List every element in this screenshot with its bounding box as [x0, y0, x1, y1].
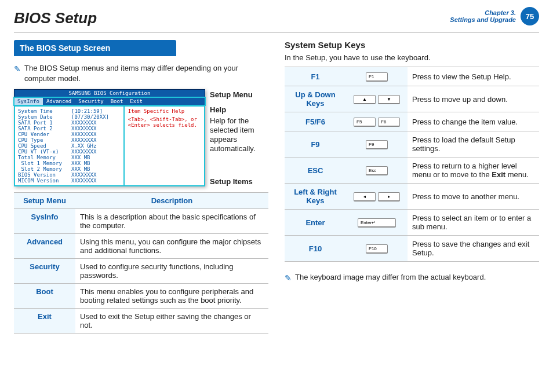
th-desc: Description [75, 193, 268, 209]
page-title: BIOS Setup [14, 9, 97, 27]
table-row: AdvancedUsing this menu, you can configu… [14, 234, 268, 259]
keycap-icon: ◂ [354, 192, 376, 202]
keys-table: F1F1Press to view the Setup Help.Up & Do… [285, 67, 539, 262]
key-desc: Press to change the item value. [408, 112, 539, 131]
bios-titlebar: SAMSUNG BIOS Configuration [14, 89, 205, 97]
key-name: Left & Right Keys [285, 184, 346, 210]
callout-setup-menu: Setup Menu [210, 90, 268, 100]
keyboard-note-text: The keyboard image may differ from the a… [295, 272, 486, 284]
th-menu: Setup Menu [14, 193, 75, 209]
keys-heading: System Setup Keys [285, 40, 539, 50]
key-name: F9 [285, 131, 346, 157]
key-icon-cell: F1 [346, 67, 408, 86]
menu-desc: This is a description about the basic sp… [75, 209, 268, 234]
keycap-icon: Esc [366, 166, 388, 175]
chapter-line1: Chapter 3. [485, 9, 516, 16]
key-desc: Press to select an item or to enter a su… [408, 210, 539, 236]
bios-tabs: SysInfoAdvancedSecurityBootExit [14, 97, 205, 105]
table-row: F1F1Press to view the Setup Help. [285, 67, 539, 86]
menu-name: SysInfo [14, 209, 75, 234]
bios-screenshot: SAMSUNG BIOS Configuration SysInfoAdvanc… [14, 89, 205, 186]
key-name: F5/F6 [285, 112, 346, 131]
key-name: F1 [285, 67, 346, 86]
keycap-icon: F9 [366, 140, 388, 149]
key-icon-cell: Esc [346, 157, 408, 184]
page-number-badge: 75 [521, 7, 539, 25]
bios-help-pane: Item Specific Help <Tab>, <Shift-Tab>, o… [124, 106, 205, 186]
keycap-icon: F5 [354, 118, 376, 127]
key-name: F10 [285, 236, 346, 262]
keycap-icon: ▼ [378, 95, 400, 104]
menu-desc: Using this menu, you can configure the m… [75, 234, 268, 259]
section-heading: The BIOS Setup Screen [14, 40, 176, 56]
table-row: Left & Right Keys◂▸Press to move to anot… [285, 184, 539, 210]
menu-description-table: Setup Menu Description SysInfoThis is a … [14, 192, 268, 334]
keycap-icon: ▲ [354, 95, 376, 104]
key-name: Up & Down Keys [285, 86, 346, 112]
key-desc: Press to move up and down. [408, 86, 539, 112]
chapter-label: Chapter 3. Settings and Upgrade [450, 9, 516, 23]
table-row: F5/F6F5F6Press to change the item value. [285, 112, 539, 131]
keycap-icon: F6 [378, 118, 400, 127]
bios-help-body: <Tab>, <Shift-Tab>, or <Enter> selects f… [128, 116, 201, 128]
callout-help-desc: Help for the selected item appears autom… [210, 116, 268, 154]
keycap-icon: F1 [366, 72, 388, 82]
table-row: Up & Down Keys▲▼Press to move up and dow… [285, 86, 539, 112]
key-desc: Press to return to a higher level menu o… [408, 157, 539, 184]
bios-tab-boot: Boot [107, 97, 127, 105]
keys-intro: In the Setup, you have to use the keyboa… [285, 53, 539, 62]
bios-tab-exit: Exit [126, 97, 146, 105]
key-icon-cell: F10 [346, 236, 408, 262]
key-desc: Press to move to another menu. [408, 184, 539, 210]
keycap-icon: ▸ [378, 192, 400, 202]
menu-desc: Used to exit the Setup either saving the… [75, 309, 268, 334]
note-text: The BIOS Setup menus and items may diffe… [24, 63, 268, 83]
table-row: SysInfoThis is a description about the b… [14, 209, 268, 234]
table-row: EnterEnter↵Press to select an item or to… [285, 210, 539, 236]
right-column: System Setup Keys In the Setup, you have… [285, 40, 539, 334]
bios-tab-sysinfo: SysInfo [14, 97, 43, 105]
key-desc: Press to view the Setup Help. [408, 67, 539, 86]
bios-callouts: Setup Menu Help Help for the selected it… [210, 89, 268, 186]
table-row: SecurityUsed to configure security funct… [14, 259, 268, 284]
table-row: ESCEscPress to return to a higher level … [285, 157, 539, 184]
pin-icon: ✎ [285, 273, 292, 284]
chapter-line2: Settings and Upgrade [450, 16, 516, 23]
menu-name: Exit [14, 309, 75, 334]
menu-name: Advanced [14, 234, 75, 259]
pin-icon: ✎ [14, 64, 21, 83]
bios-tab-security: Security [75, 97, 107, 105]
keycap-icon: Enter↵ [358, 218, 396, 228]
key-desc: Press to save the changes and exit Setup… [408, 236, 539, 262]
table-row: ExitUsed to exit the Setup either saving… [14, 309, 268, 334]
table-row: F9F9Press to load the default Setup sett… [285, 131, 539, 157]
bios-sysinfo-pane: System Time[10:21:59]System Date[07/30/2… [14, 106, 124, 186]
key-icon-cell: Enter↵ [346, 210, 408, 236]
key-icon-cell: F9 [346, 131, 408, 157]
bios-tab-advanced: Advanced [43, 97, 75, 105]
key-name: ESC [285, 157, 346, 184]
table-row: BootThis menu enables you to configure p… [14, 284, 268, 309]
left-column: The BIOS Setup Screen ✎ The BIOS Setup m… [14, 40, 268, 334]
bios-help-title: Item Specific Help [128, 108, 201, 114]
menu-name: Boot [14, 284, 75, 309]
key-desc: Press to load the default Setup settings… [408, 131, 539, 157]
key-icon-cell: ▲▼ [346, 86, 408, 112]
callout-help: Help [210, 105, 268, 115]
callout-setup-items: Setup Items [210, 177, 268, 186]
note-callout: ✎ The BIOS Setup menus and items may dif… [14, 63, 268, 83]
key-icon-cell: ◂▸ [346, 184, 408, 210]
menu-desc: This menu enables you to configure perip… [75, 284, 268, 309]
key-icon-cell: F5F6 [346, 112, 408, 131]
menu-name: Security [14, 259, 75, 284]
keyboard-note: ✎ The keyboard image may differ from the… [285, 272, 539, 284]
key-name: Enter [285, 210, 346, 236]
page-header: BIOS Setup Chapter 3. Settings and Upgra… [14, 9, 539, 33]
keycap-icon: F10 [366, 244, 388, 254]
menu-desc: Used to configure security functions, in… [75, 259, 268, 284]
table-row: F10F10Press to save the changes and exit… [285, 236, 539, 262]
